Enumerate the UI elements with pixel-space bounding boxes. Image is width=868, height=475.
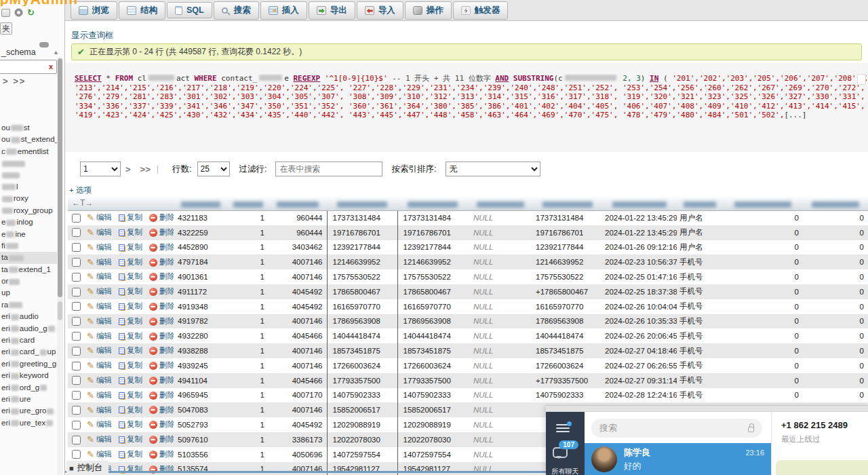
row-checkbox[interactable]: [72, 406, 81, 415]
sidebar-table-item[interactable]: fi: [0, 240, 57, 252]
sidebar-table-item[interactable]: oust: [0, 122, 57, 134]
tab-triggers[interactable]: 触发器: [453, 1, 509, 20]
edit-link[interactable]: 编辑: [96, 243, 112, 251]
copy-link[interactable]: 复制: [127, 317, 142, 325]
sidebar-table-item[interactable]: eriure_gro: [0, 405, 57, 417]
sidebar-table-item[interactable]: eriaudio_g: [0, 323, 57, 335]
sidebar-table-item[interactable]: erigreeting_g: [0, 358, 57, 370]
copy-link[interactable]: 复制: [127, 258, 142, 266]
sidebar-table-item[interactable]: erikeyword: [0, 370, 57, 381]
sidebar-table-item[interactable]: cementlist: [0, 146, 57, 157]
last-page-button[interactable]: >>: [140, 164, 151, 174]
sidebar-last-page[interactable]: >>: [13, 76, 26, 86]
edit-link[interactable]: 编辑: [96, 302, 112, 310]
delete-link[interactable]: 删除: [159, 317, 174, 325]
tab-import[interactable]: 导入: [357, 1, 403, 20]
row-checkbox[interactable]: [72, 243, 81, 252]
tab-search[interactable]: 搜索: [214, 1, 259, 20]
edit-link[interactable]: 编辑: [96, 406, 112, 414]
database-name[interactable]: _schema: [1, 48, 36, 57]
edit-link[interactable]: 编辑: [96, 435, 112, 443]
row-checkbox[interactable]: [72, 332, 81, 341]
column-header-blurred[interactable]: [533, 195, 602, 210]
edit-link[interactable]: 编辑: [96, 420, 112, 428]
column-header-blurred[interactable]: [723, 195, 803, 210]
edit-link[interactable]: 编辑: [96, 332, 112, 340]
copy-link[interactable]: 复制: [127, 272, 142, 280]
copy-link[interactable]: 复制: [127, 420, 142, 428]
delete-link[interactable]: 删除: [159, 420, 174, 428]
show-query-box-link[interactable]: 显示查询框: [71, 30, 114, 41]
home-icon[interactable]: [1, 9, 10, 17]
row-checkbox[interactable]: [72, 273, 81, 282]
delete-link[interactable]: 删除: [159, 243, 174, 251]
next-page-button[interactable]: >: [125, 164, 131, 174]
copy-link[interactable]: 复制: [127, 361, 142, 369]
refresh-icon[interactable]: ↻: [27, 8, 35, 17]
copy-link[interactable]: 复制: [127, 332, 142, 340]
scroll-widget[interactable]: [857, 74, 866, 85]
row-checkbox[interactable]: [72, 258, 81, 267]
row-checkbox[interactable]: [72, 376, 81, 385]
row-checkbox[interactable]: [72, 288, 81, 297]
copy-link[interactable]: 复制: [127, 406, 142, 414]
chat-search-input[interactable]: 搜索: [591, 419, 762, 438]
sidebar-table-item[interactable]: eriaudio: [0, 311, 57, 322]
delete-link[interactable]: 删除: [159, 228, 174, 236]
delete-link[interactable]: 删除: [159, 391, 174, 399]
row-checkbox[interactable]: [72, 317, 81, 326]
copy-link[interactable]: 复制: [127, 302, 142, 310]
row-checkbox[interactable]: [72, 228, 81, 237]
chat-list-item[interactable]: 陈学良 23:16 好的: [585, 443, 771, 475]
sort-by-index-select[interactable]: 无: [446, 162, 540, 176]
edit-link[interactable]: 编辑: [96, 317, 112, 325]
delete-link[interactable]: 删除: [159, 302, 174, 310]
delete-link[interactable]: 删除: [159, 272, 174, 280]
row-checkbox[interactable]: [72, 421, 81, 430]
row-checkbox[interactable]: [72, 450, 81, 459]
row-checkbox[interactable]: [72, 347, 81, 356]
column-header-blurred[interactable]: [174, 195, 228, 210]
edit-link[interactable]: 编辑: [96, 228, 112, 236]
transpose-control[interactable]: ←T→: [68, 198, 174, 208]
delete-link[interactable]: 删除: [159, 376, 174, 384]
sidebar-table-item[interactable]: ta: [0, 252, 57, 263]
sidebar-next-page[interactable]: >: [3, 76, 9, 86]
scroll-top-icon[interactable]: ▲: [53, 49, 59, 56]
edit-link[interactable]: 编辑: [96, 287, 112, 295]
copy-link[interactable]: 复制: [127, 213, 142, 221]
column-header-blurred[interactable]: [397, 195, 468, 210]
all-chats-label[interactable]: 所有聊天: [546, 467, 585, 475]
column-header-blurred[interactable]: [327, 195, 397, 210]
delete-link[interactable]: 删除: [159, 406, 174, 414]
sidebar-table-item[interactable]: ericard: [0, 335, 57, 346]
row-checkbox[interactable]: [72, 302, 81, 311]
copy-link[interactable]: 复制: [127, 228, 142, 236]
edit-link[interactable]: 编辑: [96, 450, 112, 458]
column-header-blurred[interactable]: [602, 195, 677, 210]
copy-link[interactable]: 复制: [127, 287, 142, 295]
sidebar-table-item[interactable]: oust_extend_: [0, 134, 57, 145]
sidebar-table-item[interactable]: eriure: [0, 394, 57, 405]
clear-filter-icon[interactable]: x: [49, 62, 53, 71]
menu-icon[interactable]: [556, 424, 570, 434]
copy-link[interactable]: 复制: [127, 450, 142, 458]
sidebar-table-item[interactable]: eine: [0, 229, 57, 240]
console-button[interactable]: ■ 控制台: [66, 461, 108, 475]
sidebar-table-item[interactable]: up: [0, 287, 57, 299]
sidebar-table-item[interactable]: eriord_g: [0, 382, 57, 394]
row-checkbox[interactable]: [72, 391, 81, 400]
edit-link[interactable]: 编辑: [96, 213, 112, 221]
row-checkbox[interactable]: [72, 436, 81, 444]
sidebar-table-item[interactable]: l: [0, 181, 57, 193]
tab-sql[interactable]: SQL: [167, 2, 212, 18]
edit-link[interactable]: 编辑: [96, 391, 112, 399]
sidebar-table-item[interactable]: or: [0, 276, 57, 287]
delete-link[interactable]: 删除: [159, 287, 174, 295]
page-select[interactable]: 1: [80, 162, 121, 176]
table-filter-box[interactable]: x: [0, 60, 57, 74]
sidebar-table-item[interactable]: ra: [0, 299, 57, 311]
copy-link[interactable]: 复制: [127, 435, 142, 443]
chat-window-edge[interactable]: [546, 405, 868, 412]
scrollbar-thumb[interactable]: [58, 58, 62, 297]
